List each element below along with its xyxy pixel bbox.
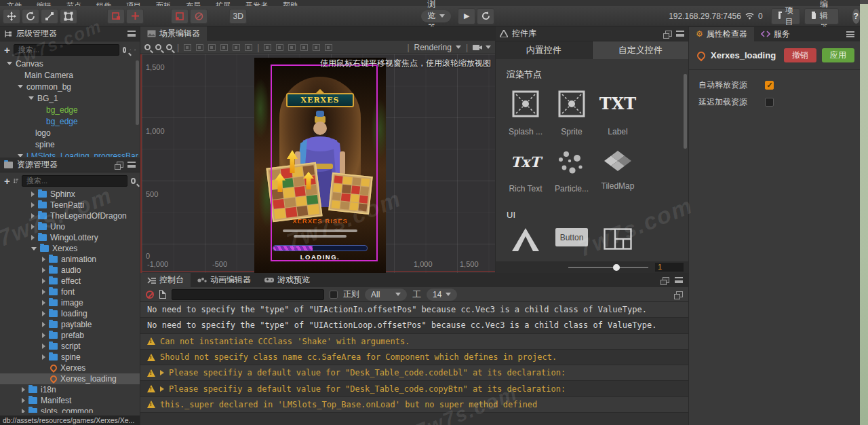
open-project-button[interactable]: 项目 <box>771 8 801 24</box>
asset-folder[interactable]: animation <box>0 254 140 265</box>
menu-layout[interactable]: 布局 <box>186 1 201 7</box>
asset-folder[interactable]: font <box>0 287 140 297</box>
log-row-warning[interactable]: Please specifiy a default value for "Des… <box>140 365 688 381</box>
asset-folder[interactable]: Uno <box>0 221 140 232</box>
widget-sprite[interactable]: Sprite <box>549 90 595 136</box>
zoom-reset-icon[interactable] <box>166 44 172 50</box>
sort-icon[interactable] <box>14 177 18 185</box>
log-row[interactable]: No need to specify the "type" of "UIActi… <box>140 318 688 333</box>
open-log-file-icon[interactable] <box>159 290 166 299</box>
tree-node[interactable]: spine <box>0 138 140 150</box>
widget-particle[interactable]: Particle... <box>549 150 595 193</box>
collider-button[interactable] <box>190 9 208 24</box>
asset-folder[interactable]: spine <box>0 352 140 363</box>
align-right-icon[interactable] <box>208 44 216 51</box>
zoom-in-icon[interactable] <box>144 44 151 50</box>
asset-folder[interactable]: WingoLottery <box>0 232 140 243</box>
async-load-checkbox[interactable] <box>765 98 774 107</box>
preview-target-dropdown[interactable]: 浏览器 <box>421 10 451 22</box>
align-top-icon[interactable] <box>220 44 228 51</box>
asset-folder[interactable]: audio <box>0 265 140 276</box>
apply-button[interactable]: 应用 <box>822 48 854 62</box>
tree-node[interactable]: Canvas <box>0 58 140 69</box>
same-width-icon[interactable] <box>288 44 296 51</box>
log-row-warning[interactable]: Please specifiy a default value for "Des… <box>140 381 688 396</box>
panel-menu-icon[interactable] <box>675 277 683 283</box>
move-tool-button[interactable] <box>3 9 20 24</box>
log-row-warning[interactable]: Should not specify class name cc.SafeAre… <box>140 350 688 365</box>
assets-search-input[interactable] <box>22 175 127 187</box>
tab-services[interactable]: 服务 <box>754 27 797 41</box>
distribute-v-icon[interactable] <box>276 44 283 51</box>
rotate-tool-button[interactable] <box>22 9 39 24</box>
tree-node[interactable]: LMSlots_Loading_progressBar <box>0 150 140 157</box>
zoom-out-icon[interactable] <box>155 44 161 50</box>
rendering-dropdown[interactable]: Rendering <box>414 43 461 52</box>
menu-node[interactable]: 节点 <box>66 1 81 7</box>
asset-folder[interactable]: slots_common <box>0 406 140 413</box>
asset-scene-file-selected[interactable]: Xerxes_loading <box>0 373 140 384</box>
expand-icon[interactable] <box>325 44 332 51</box>
tree-node[interactable]: bg_edge <box>0 115 140 127</box>
align-left-icon[interactable] <box>184 44 191 51</box>
anchor-button[interactable] <box>171 9 189 24</box>
icon-size-value[interactable]: 1 <box>655 263 684 272</box>
slider-knob[interactable] <box>613 264 620 271</box>
panel-menu-icon[interactable] <box>676 31 684 37</box>
camera-dropdown[interactable] <box>473 44 491 51</box>
log-level-dropdown[interactable]: All <box>365 289 407 301</box>
log-row-warning[interactable]: this._super declared in 'LMSlots_Top_Bas… <box>140 397 688 413</box>
asset-folder[interactable]: i18n <box>0 384 140 395</box>
log-row[interactable]: No need to specify the "type" of "UIActi… <box>140 302 688 318</box>
log-row-warning[interactable]: Can not instantiate CCClass 'Shake' with… <box>140 334 688 350</box>
asset-folder[interactable]: image <box>0 297 140 308</box>
widget-layout[interactable] <box>595 228 641 251</box>
tree-node[interactable]: Main Camera <box>0 69 140 81</box>
popout-icon[interactable] <box>663 277 669 283</box>
asset-folder[interactable]: paytable <box>0 319 140 330</box>
menu-panel[interactable]: 面板 <box>156 1 171 7</box>
play-button[interactable]: ▶ <box>458 8 475 24</box>
asset-folder[interactable]: Xerxes <box>0 243 140 254</box>
same-height-icon[interactable] <box>300 44 308 51</box>
panel-menu-icon[interactable] <box>846 31 854 37</box>
scale-tool-button[interactable] <box>41 9 58 24</box>
same-size-icon[interactable] <box>313 44 320 51</box>
widget-canvas[interactable] <box>502 228 549 251</box>
menu-developer[interactable]: 开发者 <box>245 1 268 7</box>
tree-node[interactable]: logo <box>0 127 140 138</box>
help-button[interactable]: ? <box>852 9 860 24</box>
widget-button[interactable]: Button <box>549 228 595 251</box>
asset-folder[interactable]: effect <box>0 276 140 287</box>
tab-game-preview[interactable]: 游戏预览 <box>258 273 317 287</box>
asset-folder[interactable]: script <box>0 341 140 352</box>
widgets-scrollbar[interactable] <box>684 74 687 149</box>
distribute-h-icon[interactable] <box>264 44 271 51</box>
asset-folder[interactable]: Manifest <box>0 395 140 406</box>
asset-folder[interactable]: TheLegendOfDragon <box>0 210 140 221</box>
align-bottom-icon[interactable] <box>245 44 252 51</box>
font-size-dropdown[interactable]: 14 <box>427 289 457 301</box>
menu-file[interactable]: 文件 <box>7 1 22 7</box>
collapse-icon[interactable] <box>676 291 683 297</box>
search-icon[interactable] <box>123 47 126 53</box>
scene-gizmo-button[interactable] <box>107 9 125 24</box>
widget-splash[interactable]: Splash ... <box>502 90 549 136</box>
widget-richtext[interactable]: TxT Rich Text <box>502 150 549 193</box>
search-icon[interactable] <box>131 178 136 184</box>
node-picker-icon[interactable] <box>130 46 131 54</box>
clear-console-icon[interactable] <box>146 291 154 299</box>
auto-release-checkbox[interactable] <box>765 81 774 90</box>
hierarchy-scrollbar[interactable] <box>136 60 139 125</box>
3d-toggle-button[interactable]: 3D <box>229 9 247 24</box>
scene-canvas[interactable]: 使用鼠标右键平移视窗焦点，使用滚轮缩放视图 1,500 1,000 500 0 … <box>140 54 495 273</box>
tab-custom-widgets[interactable]: 自定义控件 <box>592 41 689 59</box>
icon-size-slider[interactable] <box>568 267 648 268</box>
expand-icon[interactable] <box>160 386 164 392</box>
asset-folder[interactable]: loading <box>0 308 140 319</box>
asset-folder[interactable]: TeenPatti <box>0 200 140 210</box>
panel-menu-icon[interactable] <box>127 162 136 168</box>
widget-tiledmap[interactable]: TiledMap <box>595 150 641 193</box>
tab-console[interactable]: 控制台 <box>140 273 191 287</box>
asset-folder[interactable]: Sphinx <box>0 189 140 200</box>
